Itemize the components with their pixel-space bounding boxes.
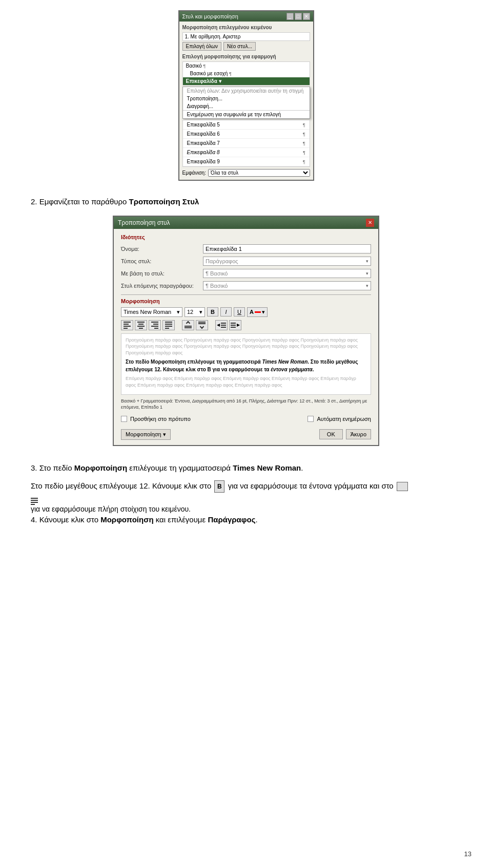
bold-inline-btn[interactable]: B [214, 480, 224, 493]
cancel-btn[interactable]: Άκυρο [346, 429, 371, 439]
step3-line2-prefix: Στο πεδίο μεγέθους επιλέγουμε 12. Κάνουμ… [31, 481, 213, 490]
step3-line2-suffix: για να εφαρμόσουμε πλήρη στοίχιση του κε… [31, 505, 191, 513]
label-name: Όνομα: [121, 246, 203, 252]
size-select[interactable]: 12 ▾ [184, 307, 205, 317]
underline-btn[interactable]: U [234, 307, 245, 316]
step3-line2-middle: για να εφαρμόσουμε τα έντονα γράμματα κα… [228, 481, 396, 490]
size-select-arrow: ▾ [199, 309, 202, 315]
checkbox-add-label: Προσθήκη στο πρότυπο [130, 416, 191, 422]
step3-bold-font: Times New Roman [233, 463, 301, 472]
format-list: Βασικό ¶ Βασικό με εσοχή ¶ Επικεφαλίδα ▾ [182, 61, 310, 86]
select-type[interactable]: Παράγραφος ▾ [203, 257, 371, 266]
preview-main-text: Στο πεδίο Μορφοποίηση επιλέγουμε τη γραμ… [126, 358, 366, 373]
select-based[interactable]: ¶ Βασικό ▾ [203, 269, 371, 278]
color-indicator [255, 311, 261, 313]
titlebar-buttons: _ □ ✕ [286, 13, 310, 20]
color-btn[interactable]: A ▾ [247, 307, 268, 317]
expanded-item-9[interactable]: Επικεφαλίδα 9¶ [183, 157, 310, 166]
description-text: Βασικό + Γραμματοσειρά: Έντονα, Διαγραμμ… [121, 398, 371, 411]
step3-line2: Στο πεδίο μεγέθους επιλέγουμε 12. Κάνουμ… [31, 479, 461, 493]
expanded-item-7[interactable]: Επικεφαλίδα 7¶ [183, 139, 310, 148]
step3-middle: επιλέγουμε τη γραμματοσειρά [127, 463, 233, 472]
format-btn[interactable]: Μορφοποίηση ▾ [121, 429, 171, 440]
new-style-btn[interactable]: Νέο στυλ... [223, 42, 256, 51]
align-center-btn[interactable] [135, 320, 147, 330]
context-menu: Επιλογή όλων: Δεν χρησιμοποιείται αυτήν … [182, 87, 310, 119]
checkbox-add-row: Προσθήκη στο πρότυπο [121, 416, 191, 422]
label-based: Με βάση το στυλ: [121, 270, 203, 277]
font-toolbar: Times New Roman ▾ 12 ▾ B I U A [121, 307, 371, 317]
justify-inline-btn[interactable] [397, 482, 408, 491]
restore-btn[interactable]: □ [295, 13, 302, 20]
close-btn[interactable]: ✕ [303, 13, 310, 20]
align-toolbar: ◀ [121, 320, 371, 330]
checkbox-row: Προσθήκη στο πρότυπο Αυτόματη ενημέρωση [121, 416, 371, 425]
step4-bold-format: Μορφοποίηση [100, 515, 153, 524]
top-screenshot: Στυλ και μορφοποίηση _ □ ✕ Μορφοποίηση ε… [31, 10, 461, 181]
ok-btn[interactable]: ΟΚ [319, 429, 343, 439]
align-right-btn[interactable] [149, 320, 161, 330]
dialog-bottom-left: Μορφοποίηση ▾ [121, 429, 171, 440]
current-style-item: 1. Με αρίθμηση. Αριστερ [182, 32, 310, 41]
line-spacing-btn-2[interactable] [196, 320, 208, 330]
indent-decrease-btn[interactable]: ◀ [215, 320, 228, 330]
context-item-3[interactable]: Διαγραφή... [183, 102, 310, 110]
line-spacing-btn-1[interactable] [182, 320, 194, 330]
step4-middle: και επιλέγουμε [154, 515, 208, 524]
expanded-item-5[interactable]: Επικεφαλίδα 5¶ [183, 120, 310, 130]
step4-prefix: 4. Κάνουμε κλικ στο [31, 515, 100, 524]
checkbox-auto-label: Αυτόματη ενημέρωση [317, 416, 371, 422]
expanded-item-6[interactable]: Επικεφαλίδα 6¶ [183, 130, 310, 139]
dialog-title: Τροποποίηση στυλ [118, 219, 170, 226]
bold-btn[interactable]: B [207, 307, 218, 316]
dialog-body: Ιδιότητες Όνομα: Τύπος στυλ: Παράγραφος … [114, 229, 378, 445]
select-based-arrow: ▾ [366, 271, 368, 276]
color-arrow: ▾ [262, 309, 265, 315]
label-2: 2. Εμφανίζεται το παράθυρο Τροποποίηση Σ… [31, 196, 461, 208]
dialog-close-btn[interactable]: ✕ [366, 219, 374, 227]
expanded-item-8[interactable]: Επικεφαλίδα 8¶ [183, 148, 310, 157]
panel-body: Μορφοποίηση επιλεγμένου κειμένου 1. Με α… [179, 22, 313, 180]
format-item-indent[interactable]: Βασικό με εσοχή ¶ [183, 70, 310, 77]
step4-bold-paragraph: Παράγραφος [208, 515, 255, 524]
section-properties: Ιδιότητες [121, 234, 371, 240]
select-next-arrow: ▾ [366, 283, 368, 288]
dialog-bottom-right: ΟΚ Άκυρο [319, 429, 371, 439]
preview-box: Προηγούμενη παράγρ αφος Προηγούμενη παρά… [121, 333, 371, 395]
row-based: Με βάση το στυλ: ¶ Βασικό ▾ [121, 269, 371, 278]
dialog-container: Τροποποίηση στυλ ✕ Ιδιότητες Όνομα: Τύπο… [31, 216, 461, 446]
font-select[interactable]: Times New Roman ▾ [121, 307, 182, 317]
select-next[interactable]: ¶ Βασικό ▾ [203, 281, 371, 290]
row-type: Τύπος στυλ: Παράγραφος ▾ [121, 257, 371, 266]
preview-gray-1: Προηγούμενη παράγρ αφος Προηγούμενη παρά… [126, 337, 366, 356]
row-name: Όνομα: [121, 244, 371, 253]
step4-text: 4. Κάνουμε κλικ στο Μορφοποίηση και επιλ… [31, 513, 461, 526]
minimize-btn[interactable]: _ [286, 13, 294, 20]
input-name[interactable] [203, 244, 371, 253]
footer-select[interactable]: Όλα τα στυλ [208, 169, 310, 177]
styles-panel: Στυλ και μορφοποίηση _ □ ✕ Μορφοποίηση ε… [178, 10, 314, 181]
italic-btn[interactable]: I [220, 307, 232, 316]
align-justify-btn[interactable] [162, 320, 175, 330]
format-item-heading[interactable]: Επικεφαλίδα ▾ [183, 77, 310, 85]
format-item-basic[interactable]: Βασικό ¶ [183, 62, 310, 70]
checkbox-add[interactable] [121, 416, 127, 422]
dialog-titlebar: Τροποποίηση στυλ ✕ [114, 217, 378, 229]
context-item-4[interactable]: Ενημέρωση για συμφωνία με την επιλογή [183, 110, 310, 118]
color-letter: A [250, 309, 254, 315]
modify-style-dialog: Τροποποίηση στυλ ✕ Ιδιότητες Όνομα: Τύπο… [113, 216, 379, 446]
section-format: Μορφοποίηση [121, 298, 371, 304]
format-label: Επιλογή μορφοποίησης για εφαρμογή [182, 54, 310, 59]
checkbox-auto[interactable] [308, 416, 314, 422]
section-label: Μορφοποίηση επιλεγμένου κειμένου [182, 25, 310, 30]
panel-titlebar: Στυλ και μορφοποίηση _ □ ✕ [179, 11, 313, 22]
dialog-bottom-row: Μορφοποίηση ▾ ΟΚ Άκυρο [121, 429, 371, 440]
select-all-btn[interactable]: Επιλογή όλων [182, 42, 222, 51]
preview-gray-2: Επόμενη παράγρ αφος Επόμενη παράγρ αφος … [126, 375, 366, 388]
step3-suffix: . [301, 463, 303, 472]
align-left-btn[interactable] [121, 320, 133, 330]
indent-increase-btn[interactable]: ▶ [229, 320, 241, 330]
row-next: Στυλ επόμενης παραγράφου: ¶ Βασικό ▾ [121, 281, 371, 290]
label-next: Στυλ επόμενης παραγράφου: [121, 283, 203, 289]
context-item-2[interactable]: Τροποποίηση... [183, 95, 310, 102]
